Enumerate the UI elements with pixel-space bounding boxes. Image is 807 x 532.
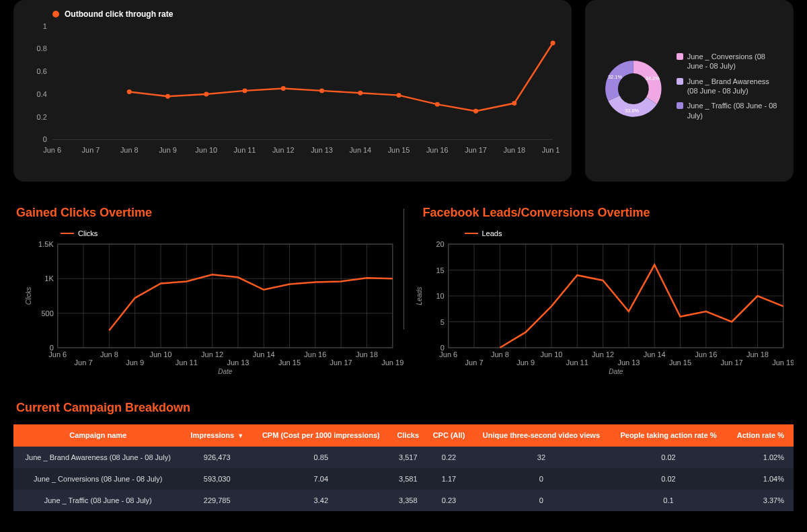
svg-text:0.8: 0.8	[37, 44, 47, 52]
table-cell: 0.02	[611, 468, 726, 490]
svg-point-29	[435, 102, 440, 107]
svg-text:Jun 13: Jun 13	[311, 146, 333, 154]
table-cell: June _ Conversions (08 June - 08 July)	[13, 468, 182, 490]
legend-dot-icon	[52, 11, 59, 17]
table-cell: June _ Traffic (08 June - 08 July)	[13, 490, 182, 511]
table-title: Current Campaign Breakdown	[16, 401, 794, 415]
table-cell: 0.1	[611, 490, 726, 511]
svg-point-24	[243, 88, 247, 93]
table-cell: June _ Brand Awareness (08 June - 08 Jul…	[13, 447, 182, 468]
table-cell: 0.85	[252, 447, 391, 468]
svg-rect-36	[58, 244, 393, 348]
svg-text:Jun 16: Jun 16	[426, 146, 449, 154]
leads-panel: Facebook Leads/Conversions Overtime Lead…	[404, 182, 794, 377]
svg-text:15: 15	[436, 266, 444, 274]
leads-series-label: Leads	[482, 229, 502, 237]
svg-text:Jun 10: Jun 10	[195, 146, 217, 154]
svg-text:Jun 6: Jun 6	[439, 350, 457, 358]
svg-text:Jun 14: Jun 14	[349, 146, 371, 154]
donut-legend-item: June _ Conversions (08 June - 08 July)	[677, 52, 781, 71]
svg-text:32.1%: 32.1%	[608, 74, 622, 80]
svg-text:Jun 18: Jun 18	[356, 350, 378, 358]
svg-text:Jun 18: Jun 18	[746, 350, 768, 358]
legend-swatch-icon	[677, 53, 683, 60]
clicks-chart: 05001K1.5KJun 6Jun 7Jun 8Jun 9Jun 10Jun …	[13, 240, 404, 375]
column-header[interactable]: Clicks	[391, 424, 426, 447]
svg-text:Jun 17: Jun 17	[330, 358, 352, 367]
svg-text:1.5K: 1.5K	[38, 240, 54, 248]
svg-text:Jun 8: Jun 8	[490, 350, 508, 358]
svg-text:1K: 1K	[44, 274, 54, 282]
clicks-legend: Clicks	[61, 229, 404, 237]
table-cell: 0.02	[611, 447, 726, 468]
table-cell: 1.04%	[726, 468, 794, 490]
table-row: June _ Conversions (08 June - 08 July)59…	[13, 468, 794, 490]
donut-legend: June _ Conversions (08 June - 08 July)Ju…	[677, 52, 781, 126]
svg-point-30	[473, 109, 478, 114]
donut-legend-label: June _ Conversions (08 June - 08 July)	[687, 52, 781, 71]
ctr-series-label: Outbound click through rate	[65, 9, 173, 19]
svg-text:Date: Date	[609, 368, 623, 375]
svg-text:Jun 7: Jun 7	[465, 358, 483, 367]
svg-point-25	[281, 86, 286, 91]
svg-text:Jun 14: Jun 14	[643, 350, 665, 358]
svg-text:Jun 9: Jun 9	[516, 358, 535, 367]
svg-text:0.6: 0.6	[37, 67, 47, 75]
clicks-panel: Gained Clicks Overtime Clicks 05001K1.5K…	[13, 182, 404, 377]
ctr-chart-card: Outbound click through rate 00.20.40.60.…	[13, 0, 572, 182]
column-header[interactable]: People taking action rate %	[611, 424, 726, 447]
column-header[interactable]: Action rate %	[726, 424, 794, 447]
svg-text:Jun 6: Jun 6	[43, 146, 61, 154]
svg-text:20: 20	[436, 240, 444, 248]
column-header[interactable]: Unique three-second video views	[472, 424, 611, 447]
ctr-chart: 00.20.40.60.81Jun 6Jun 7Jun 8Jun 9Jun 10…	[26, 19, 560, 160]
column-header[interactable]: CPC (All)	[426, 424, 472, 447]
svg-text:5: 5	[440, 318, 444, 326]
svg-text:Jun 13: Jun 13	[227, 358, 249, 367]
table-row: June _ Brand Awareness (08 June - 08 Jul…	[13, 447, 794, 468]
table-cell: 3,581	[391, 468, 426, 490]
svg-text:Jun 12: Jun 12	[592, 350, 614, 358]
table-cell: 3.42	[252, 490, 391, 511]
leads-title: Facebook Leads/Conversions Overtime	[423, 206, 794, 220]
svg-text:Jun 19: Jun 19	[542, 146, 560, 154]
svg-text:1: 1	[43, 22, 47, 30]
svg-text:Jun 7: Jun 7	[82, 146, 100, 154]
svg-text:Jun 16: Jun 16	[695, 350, 717, 358]
svg-point-31	[512, 101, 516, 106]
table-cell: 1.17	[426, 468, 472, 490]
sort-desc-icon: ▼	[237, 432, 243, 439]
donut-chart-card: 34.2%33.6%32.1% June _ Conversions (08 J…	[585, 0, 794, 182]
svg-text:Jun 14: Jun 14	[253, 350, 275, 358]
table-cell: 3,517	[391, 447, 426, 468]
svg-text:Jun 8: Jun 8	[120, 146, 139, 154]
table-cell: 0	[472, 468, 611, 490]
svg-text:Jun 12: Jun 12	[272, 146, 295, 154]
campaign-table: Campaign nameImpressions ▼CPM (Cost per …	[13, 424, 794, 511]
column-header[interactable]: Impressions ▼	[182, 424, 252, 447]
svg-text:Jun 15: Jun 15	[278, 358, 301, 367]
svg-text:33.6%: 33.6%	[625, 108, 639, 114]
table-cell: 0.23	[426, 490, 472, 511]
svg-text:0: 0	[43, 135, 47, 143]
donut-legend-label: June _ Brand Awareness (08 June - 08 Jul…	[687, 77, 781, 96]
svg-text:Jun 9: Jun 9	[126, 358, 144, 367]
table-cell: 229,785	[182, 490, 252, 511]
donut-legend-label: June _ Traffic (08 June - 08 July)	[687, 101, 781, 120]
svg-point-23	[204, 91, 208, 96]
table-cell: 3,358	[391, 490, 426, 511]
legend-line-icon	[465, 233, 478, 234]
svg-point-32	[551, 41, 555, 46]
column-header[interactable]: Campaign name	[13, 424, 182, 447]
svg-text:Jun 11: Jun 11	[234, 146, 256, 154]
legend-line-icon	[61, 233, 74, 234]
svg-point-22	[165, 94, 170, 99]
donut-legend-item: June _ Brand Awareness (08 June - 08 Jul…	[677, 77, 781, 96]
svg-text:500: 500	[41, 309, 53, 317]
table-cell: 7.04	[252, 468, 391, 490]
column-header[interactable]: CPM (Cost per 1000 impressions)	[252, 424, 391, 447]
svg-text:Jun 8: Jun 8	[100, 350, 118, 358]
svg-text:Date: Date	[218, 368, 233, 375]
svg-text:Jun 15: Jun 15	[669, 358, 691, 367]
svg-text:Jun 16: Jun 16	[304, 350, 326, 358]
